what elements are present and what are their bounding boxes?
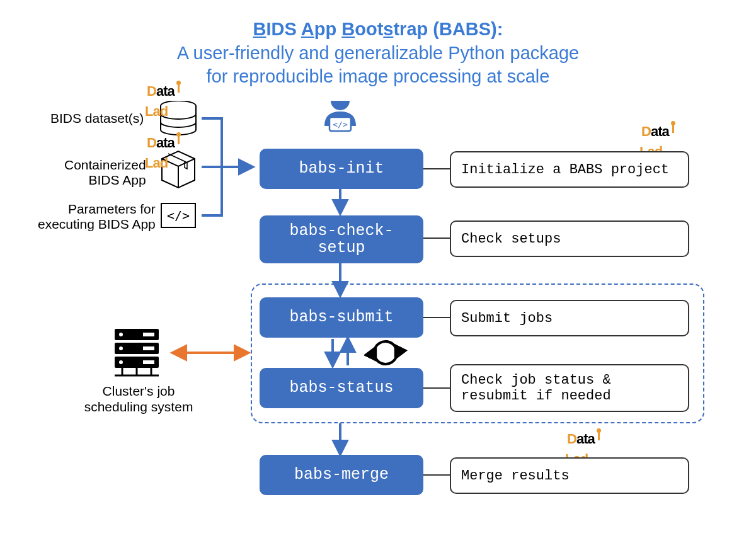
cmd-babs-submit: babs-submit	[260, 297, 423, 338]
svg-rect-12	[143, 333, 154, 336]
cmd-babs-check-setup: babs-check-setup	[260, 215, 423, 263]
svg-rect-4	[161, 203, 195, 227]
svg-rect-13	[143, 346, 154, 350]
svg-point-10	[119, 346, 123, 350]
svg-rect-1	[329, 117, 351, 131]
svg-point-9	[119, 333, 123, 336]
svg-rect-7	[115, 343, 159, 354]
diagram: </> </>	[0, 101, 756, 555]
desc-init: Initialize a BABS project	[450, 151, 689, 188]
cmd-babs-status: babs-status	[260, 368, 423, 408]
user-icon: </>	[324, 101, 356, 131]
svg-point-11	[119, 360, 123, 364]
svg-rect-8	[115, 357, 159, 368]
desc-status: Check job status &resubmit if needed	[450, 364, 689, 412]
datalad-logo-icon: DataLad	[147, 83, 175, 116]
desc-merge: Merge results	[450, 457, 689, 494]
svg-rect-6	[115, 329, 159, 340]
input-dataset: BIDS dataset(s)	[50, 111, 144, 126]
svg-text:</>: </>	[333, 120, 348, 129]
server-icon	[115, 329, 159, 375]
desc-check: Check setups	[450, 220, 689, 257]
svg-rect-14	[143, 360, 154, 364]
code-file-icon: </>	[161, 203, 195, 227]
svg-text:</>: </>	[167, 208, 190, 223]
cmd-babs-init: babs-init	[260, 149, 423, 189]
cmd-babs-merge: babs-merge	[260, 455, 423, 495]
svg-point-0	[331, 101, 350, 110]
cluster-label: Cluster's jobscheduling system	[82, 383, 195, 415]
input-params: Parameters forexecuting BIDS App	[38, 202, 156, 232]
input-container: ContainerizedBIDS App	[64, 157, 146, 188]
datalad-logo-icon: DataLad	[147, 135, 175, 168]
title: BIDS App Bootstrap (BABS): A user-friend…	[0, 0, 756, 89]
desc-submit: Submit jobs	[450, 300, 689, 336]
